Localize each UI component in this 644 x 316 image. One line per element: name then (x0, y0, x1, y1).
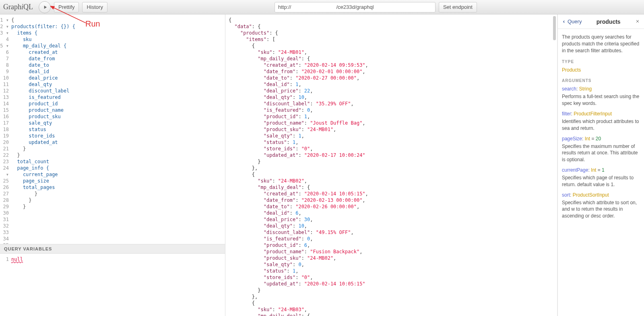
docs-close-button[interactable] (635, 18, 640, 25)
logo: GraphiQL (3, 3, 33, 11)
docs-back-button[interactable]: Query (562, 18, 582, 25)
chevron-left-icon (562, 20, 566, 24)
docs-arg-row[interactable]: sort: ProductSortInput (562, 192, 640, 198)
docs-panel: Query products The products query search… (557, 14, 644, 316)
play-icon (42, 4, 48, 10)
history-button[interactable]: History (82, 2, 107, 12)
query-editor[interactable]: 1 ▾2 ▾3 ▾45 ▾678910111213141516171819202… (0, 14, 225, 244)
query-variables-header[interactable]: QUERY VARIABLES (0, 244, 225, 254)
editor-column: 1 ▾2 ▾3 ▾45 ▾678910111213141516171819202… (0, 14, 225, 316)
topbar: GraphiQL Prettify History Set endpoint (0, 0, 644, 14)
execute-button[interactable] (39, 1, 51, 13)
close-icon (635, 19, 640, 24)
docs-arg-row[interactable]: filter: ProductFilterInput (562, 111, 640, 117)
docs-description: The products query searches for products… (562, 34, 640, 54)
result-scrollbar[interactable] (553, 16, 556, 40)
variables-editor[interactable]: 1 null (0, 254, 225, 316)
docs-arg-row[interactable]: pageSize: Int = 20 (562, 136, 640, 142)
docs-type-link[interactable]: Products (562, 67, 640, 73)
result-panel: { "data": { "products": { "items": [ { "… (225, 14, 557, 316)
prettify-button[interactable]: Prettify (54, 2, 79, 12)
set-endpoint-button[interactable]: Set endpoint (439, 2, 477, 12)
docs-arg-row[interactable]: search: String (562, 86, 640, 92)
docs-title: products (597, 18, 621, 25)
docs-arg-row[interactable]: currentPage: Int = 1 (562, 167, 640, 173)
endpoint-input[interactable] (275, 2, 436, 12)
